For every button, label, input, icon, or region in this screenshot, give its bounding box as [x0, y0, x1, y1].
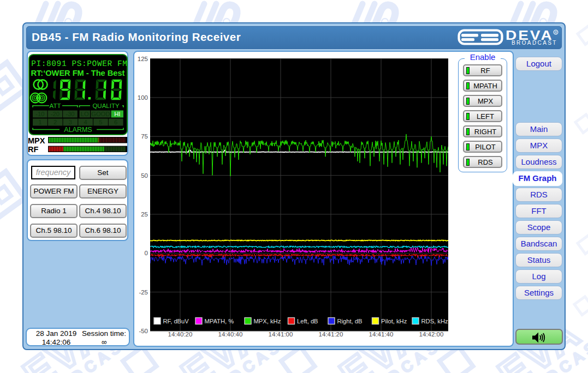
- svg-text:14:41:20: 14:41:20: [319, 331, 343, 338]
- svg-text:RT:ʻOWER FM - The Best: RT:ʻOWER FM - The Best: [31, 69, 124, 77]
- svg-text:2: 2: [54, 119, 57, 125]
- svg-text:14:42:00: 14:42:00: [419, 331, 444, 338]
- svg-text:75: 75: [141, 133, 148, 140]
- svg-text:100: 100: [138, 94, 148, 101]
- svg-text:1: 1: [38, 119, 41, 125]
- svg-text:QUALITY: QUALITY: [92, 103, 120, 109]
- svg-text:Right, dB: Right, dB: [337, 318, 363, 324]
- svg-text:0: 0: [145, 250, 148, 256]
- svg-text:BROADCAST: BROADCAST: [512, 40, 557, 46]
- svg-text:5: 5: [99, 119, 102, 125]
- svg-text:14:40:40: 14:40:40: [218, 331, 243, 338]
- svg-text:4: 4: [84, 119, 87, 125]
- svg-text:GOOD: GOOD: [91, 111, 110, 117]
- svg-text:RF, dBuV: RF, dBuV: [163, 318, 189, 324]
- svg-text:Left, dB: Left, dB: [297, 318, 318, 324]
- svg-text:MPATH, %: MPATH, %: [205, 318, 234, 324]
- svg-text:HI: HI: [114, 111, 120, 117]
- svg-text:Pilot, kHz: Pilot, kHz: [381, 318, 407, 324]
- svg-text:14:40:20: 14:40:20: [168, 331, 193, 338]
- svg-text:3: 3: [68, 119, 72, 125]
- svg-text:ATT: ATT: [49, 103, 61, 109]
- svg-text:14:41:40: 14:41:40: [369, 331, 394, 338]
- svg-text:-25: -25: [139, 289, 148, 296]
- svg-text:-20: -20: [50, 111, 59, 117]
- svg-text:-10: -10: [35, 111, 44, 117]
- svg-text:125: 125: [138, 56, 148, 62]
- svg-text:R: R: [555, 31, 557, 34]
- svg-text:-30: -30: [66, 111, 74, 117]
- svg-text:LO: LO: [80, 111, 88, 117]
- svg-text:PI:8091 PS:POWER FM: PI:8091 PS:POWER FM: [31, 59, 127, 68]
- svg-text:-50: -50: [139, 328, 148, 334]
- svg-text:50: 50: [141, 172, 148, 179]
- svg-text:RDS, kHz: RDS, kHz: [421, 318, 449, 324]
- svg-text:14:41:00: 14:41:00: [269, 331, 293, 338]
- svg-text:MPX, kHz: MPX, kHz: [254, 318, 281, 324]
- svg-text:25: 25: [141, 211, 148, 218]
- svg-text:ALARMS: ALARMS: [64, 126, 92, 134]
- svg-text:6: 6: [114, 119, 117, 125]
